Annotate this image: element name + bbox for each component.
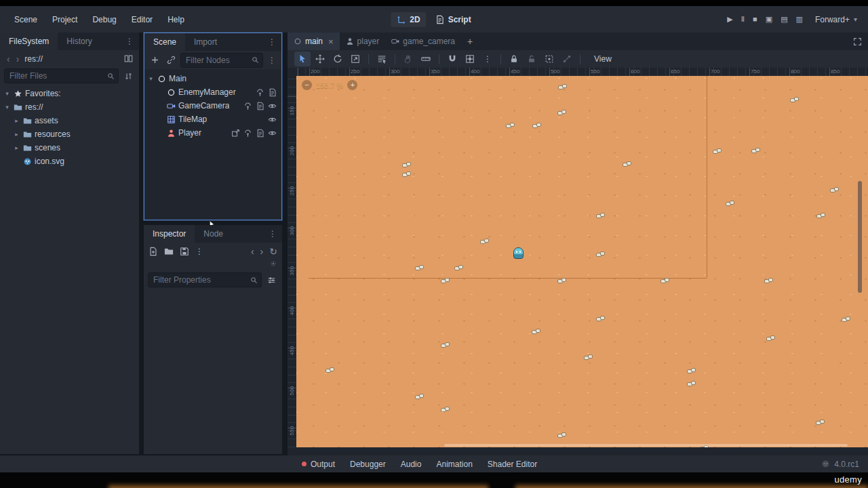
filter-files-input[interactable] (5, 71, 118, 81)
bottom-panel-debugger[interactable]: Debugger (342, 455, 393, 472)
movie-maker-button[interactable]: ▥ (792, 13, 807, 26)
pause-button[interactable]: Ⅱ (737, 13, 749, 26)
smart-snap-toggle[interactable] (444, 52, 460, 66)
load-resource-button[interactable] (164, 247, 174, 256)
fstree-item-icon-svg[interactable]: icon.svg (0, 155, 139, 168)
close-tab-icon[interactable]: × (328, 37, 334, 47)
connection-icon[interactable] (243, 102, 252, 110)
pan-tool[interactable] (400, 52, 416, 66)
play-button[interactable]: ▶ (723, 13, 736, 26)
expander-icon[interactable]: ▸ (13, 144, 20, 151)
zoom-out-button[interactable]: − (302, 80, 312, 90)
view-menu-button[interactable]: View (587, 54, 618, 64)
instance-scene-button[interactable] (164, 54, 178, 67)
workspace-script-button[interactable]: Script (429, 12, 477, 27)
resource-options-menu[interactable]: ⋮ (195, 247, 203, 256)
expander-icon[interactable]: ▾ (147, 75, 155, 82)
inspector-tab-inspector[interactable]: Inspector (144, 225, 195, 243)
scene-tab-player[interactable]: player (340, 33, 386, 50)
split-view-button[interactable] (122, 54, 135, 63)
snap-options-menu[interactable]: ⋮ (479, 52, 496, 66)
object-history-button[interactable]: ↻ (269, 246, 277, 257)
scene-node-gamecamera[interactable]: GameCamera (144, 99, 281, 113)
inspector-tab-node[interactable]: Node (195, 225, 232, 243)
fstree-item-res[interactable]: ▾res:// (0, 100, 139, 114)
ruler-tool[interactable] (418, 52, 434, 66)
eye-icon[interactable] (268, 129, 277, 138)
bottom-panel-output[interactable]: Output (294, 455, 342, 472)
eye-icon[interactable] (268, 102, 277, 110)
eye-icon[interactable] (268, 115, 277, 124)
scale-tool[interactable] (347, 52, 363, 66)
property-filter-options-button[interactable] (265, 276, 278, 285)
expander-icon[interactable]: ▸ (13, 117, 20, 124)
filesystem-dock-menu[interactable]: ⋮ (120, 33, 139, 50)
lock-button[interactable] (506, 52, 522, 66)
menu-scene[interactable]: Scene (7, 12, 45, 27)
stop-button[interactable]: ■ (749, 13, 762, 26)
select-tool[interactable] (294, 52, 311, 66)
horizontal-scrollbar[interactable] (444, 444, 848, 447)
sort-files-button[interactable] (122, 72, 135, 81)
play-scene-button[interactable]: ▣ (762, 13, 776, 26)
renderer-select[interactable]: Forward+ ▾ (815, 15, 857, 24)
filesystem-tab-filesystem[interactable]: FileSystem (0, 33, 58, 50)
workspace-2d-button[interactable]: 2D (391, 12, 426, 27)
list-select-tool[interactable] (374, 52, 390, 66)
zoom-level[interactable]: 158.7 % (316, 81, 343, 89)
scene-node-tilemap[interactable]: TileMap (144, 113, 281, 126)
group-button[interactable] (541, 52, 557, 66)
rotate-tool[interactable] (330, 52, 346, 66)
nav-forward-button[interactable]: › (14, 54, 22, 64)
grid-snap-toggle[interactable] (462, 52, 478, 66)
unlock-button[interactable] (524, 52, 540, 66)
fstree-item-favorites[interactable]: ▾Favorites: (0, 87, 139, 100)
scene-dock-tab-import[interactable]: Import (185, 33, 226, 51)
script-icon[interactable] (268, 88, 277, 97)
scene-tree-menu[interactable]: ⋮ (266, 56, 278, 65)
fstree-item-resources[interactable]: ▸resources (0, 127, 139, 141)
connection-icon[interactable] (256, 88, 264, 97)
bottom-panel-audio[interactable]: Audio (393, 455, 429, 472)
fstree-item-assets[interactable]: ▸assets (0, 114, 139, 127)
vertical-scrollbar[interactable] (858, 181, 862, 293)
save-resource-button[interactable] (180, 247, 189, 256)
scene-tab-game-camera[interactable]: game_camera (385, 33, 461, 50)
filter-properties-input[interactable] (149, 275, 261, 285)
add-node-button[interactable] (148, 54, 161, 67)
bottom-panel-shader-editor[interactable]: Shader Editor (480, 455, 545, 472)
menu-debug[interactable]: Debug (85, 12, 123, 27)
menu-editor[interactable]: Editor (124, 12, 160, 27)
nav-back-button[interactable]: ‹ (4, 54, 13, 64)
new-resource-button[interactable] (149, 247, 158, 256)
filter-nodes-input[interactable] (181, 56, 262, 65)
fstree-item-scenes[interactable]: ▸scenes (0, 141, 139, 155)
scene-tab-main[interactable]: main× (288, 33, 340, 50)
openscene-icon[interactable] (231, 129, 240, 138)
scene-node-main[interactable]: ▾Main (144, 72, 281, 85)
move-tool[interactable] (312, 52, 328, 66)
scene-dock-menu[interactable]: ⋮ (262, 33, 281, 51)
add-scene-tab-button[interactable]: + (461, 33, 479, 50)
object-options-button[interactable] (270, 260, 277, 271)
bottom-panel-animation[interactable]: Animation (429, 455, 479, 472)
connection-icon[interactable] (243, 129, 252, 138)
history-forward-button[interactable]: › (260, 246, 264, 257)
scene-node-enemymanager[interactable]: EnemyManager (144, 85, 281, 99)
inspector-dock-menu[interactable]: ⋮ (263, 225, 282, 243)
skeleton-menu[interactable] (559, 52, 575, 66)
script-icon[interactable] (256, 102, 264, 110)
expander-icon[interactable]: ▸ (13, 131, 20, 138)
filesystem-tab-history[interactable]: History (58, 33, 100, 50)
expand-viewport-button[interactable] (847, 33, 868, 50)
menu-help[interactable]: Help (160, 12, 192, 27)
scene-dock-tab-scene[interactable]: Scene (144, 33, 185, 51)
history-back-button[interactable]: ‹ (251, 246, 254, 257)
scene-node-player[interactable]: Player (144, 126, 281, 140)
play-custom-scene-button[interactable]: ▤ (776, 13, 791, 26)
zoom-in-button[interactable]: + (347, 80, 357, 90)
expander-icon[interactable]: ▾ (3, 90, 11, 97)
script-icon[interactable] (256, 129, 264, 138)
menu-project[interactable]: Project (45, 12, 85, 27)
canvas-2d[interactable]: − 158.7 % + (296, 76, 868, 447)
